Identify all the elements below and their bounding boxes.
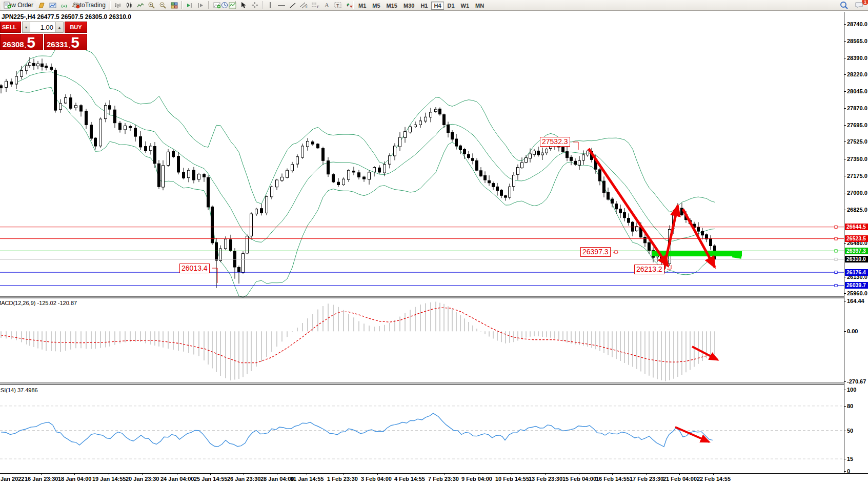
candle bbox=[29, 63, 31, 66]
candle bbox=[710, 238, 712, 246]
sell-price-panel[interactable]: 26308.5 bbox=[0, 34, 43, 50]
time-axis-label: 16 Jan 23:30 bbox=[25, 476, 58, 482]
autotrading-button[interactable]: AutoTrading bbox=[70, 1, 108, 10]
line-handle[interactable] bbox=[835, 271, 837, 274]
candle bbox=[500, 190, 503, 196]
tile-windows-button[interactable] bbox=[169, 1, 180, 10]
timeframe-button-M5[interactable]: M5 bbox=[370, 2, 382, 10]
macd-axis-tick: 164.44 bbox=[847, 298, 864, 304]
candle bbox=[80, 106, 83, 111]
candle bbox=[219, 249, 222, 260]
vertical-line-button[interactable] bbox=[265, 1, 276, 10]
macd-arrow[interactable] bbox=[692, 347, 718, 360]
sell-button[interactable]: SELL bbox=[0, 22, 21, 33]
line-handle[interactable] bbox=[835, 250, 837, 252]
crosshair-button[interactable] bbox=[249, 1, 260, 10]
blue-chart-button[interactable] bbox=[47, 1, 58, 10]
line-handle[interactable] bbox=[835, 258, 837, 260]
candle bbox=[348, 170, 350, 179]
candle bbox=[353, 171, 355, 172]
timeframe-button-MN[interactable]: MN bbox=[473, 2, 487, 10]
svg-text:A: A bbox=[325, 2, 329, 9]
text-icon: A bbox=[324, 2, 330, 9]
candle bbox=[419, 121, 422, 125]
arrows-button[interactable]: ▾ bbox=[344, 0, 351, 10]
price-axis-tick: 27000.0 bbox=[847, 190, 867, 196]
price-annotation-label[interactable]: 27532.3 bbox=[540, 137, 570, 147]
buy-price-main: 26331 bbox=[47, 39, 68, 49]
cursor-button[interactable] bbox=[238, 1, 249, 10]
chat-bubble-icon bbox=[855, 2, 864, 9]
candle bbox=[5, 81, 8, 87]
line-handle[interactable] bbox=[835, 284, 837, 287]
radio-signal-button[interactable] bbox=[58, 1, 70, 10]
fibonacci-button[interactable]: F bbox=[310, 1, 321, 10]
price-level-label: 26176.4 bbox=[845, 269, 868, 276]
candle bbox=[94, 138, 97, 146]
zoom-in-button[interactable] bbox=[146, 1, 157, 10]
candle bbox=[394, 146, 396, 156]
volume-decrease-button[interactable]: ▼ bbox=[23, 22, 30, 32]
main-chart-canvas[interactable] bbox=[0, 12, 844, 473]
timeframe-button-W1[interactable]: W1 bbox=[458, 2, 472, 10]
candle bbox=[358, 173, 360, 177]
bar-chart-button[interactable] bbox=[112, 1, 124, 10]
candle bbox=[607, 192, 610, 199]
time-axis-label: 7 Feb 23:30 bbox=[428, 476, 459, 482]
timeframe-button-M30[interactable]: M30 bbox=[401, 2, 417, 10]
trendline-icon bbox=[289, 2, 296, 9]
candle bbox=[85, 111, 88, 125]
timeframe-button-D1[interactable]: D1 bbox=[445, 2, 457, 10]
indicators-button[interactable]: ▾ bbox=[211, 0, 218, 10]
candle bbox=[644, 237, 647, 243]
candle bbox=[570, 157, 573, 160]
notifications-button[interactable]: 1 bbox=[854, 1, 865, 10]
line-chart-button[interactable] bbox=[135, 1, 146, 10]
autoscroll-button[interactable] bbox=[184, 1, 195, 10]
time-axis-label: 16 Feb 14:55 bbox=[596, 476, 630, 482]
volume-input[interactable] bbox=[30, 22, 55, 32]
candle bbox=[312, 142, 314, 145]
new-order-button[interactable]: New Order bbox=[1, 1, 36, 10]
candle bbox=[496, 187, 499, 191]
candle bbox=[225, 239, 227, 249]
price-level-label: 26644.5 bbox=[845, 224, 868, 230]
equidistant-channel-button[interactable]: E bbox=[298, 1, 310, 10]
time-axis-label: 19 Jan 14:55 bbox=[92, 476, 126, 482]
horizontal-line-button[interactable] bbox=[276, 1, 287, 10]
timeframe-button-M15[interactable]: M15 bbox=[384, 2, 400, 10]
new-order-icon bbox=[4, 2, 11, 9]
line-handle[interactable] bbox=[835, 226, 837, 228]
zoom-out-button[interactable] bbox=[157, 1, 169, 10]
text-label-button[interactable]: T bbox=[332, 1, 344, 10]
svg-text:E: E bbox=[306, 5, 308, 9]
price-annotation-label[interactable]: 26213.2 bbox=[634, 265, 664, 274]
trend-arrow[interactable] bbox=[683, 209, 715, 267]
candlestick-chart-button[interactable] bbox=[124, 1, 135, 10]
candle bbox=[476, 160, 478, 170]
candle bbox=[109, 106, 111, 109]
timeframe-button-M1[interactable]: M1 bbox=[356, 2, 369, 10]
candlestick-chart-icon bbox=[126, 2, 133, 9]
buy-button[interactable]: BUY bbox=[65, 22, 87, 33]
candle bbox=[145, 147, 147, 151]
candle bbox=[463, 149, 466, 154]
buy-price-panel[interactable]: 26331.5 bbox=[44, 34, 87, 50]
candle bbox=[215, 243, 218, 260]
time-axis-label: 25 Jan 14:55 bbox=[194, 476, 227, 482]
time-axis-label: 17 Feb 23:30 bbox=[630, 476, 663, 482]
chart-shift-button[interactable] bbox=[195, 1, 207, 10]
trendline-button[interactable] bbox=[287, 1, 298, 10]
gold-seal-button[interactable] bbox=[36, 1, 47, 10]
price-annotation-label[interactable]: 26013.4 bbox=[179, 264, 210, 273]
candle bbox=[139, 136, 142, 147]
time-axis[interactable]: Jan 202216 Jan 23:3018 Jan 04:0019 Jan 1… bbox=[0, 473, 868, 485]
search-button[interactable] bbox=[838, 1, 850, 10]
price-annotation-label[interactable]: 26397.3 bbox=[580, 247, 611, 257]
timeframe-button-H1[interactable]: H1 bbox=[418, 2, 430, 10]
text-button[interactable]: A bbox=[321, 1, 332, 10]
volume-increase-button[interactable]: ▲ bbox=[55, 22, 63, 32]
time-axis-label: 1 Feb 23:30 bbox=[327, 476, 358, 482]
line-handle[interactable] bbox=[835, 237, 837, 240]
timeframe-button-H4[interactable]: H4 bbox=[431, 2, 443, 10]
